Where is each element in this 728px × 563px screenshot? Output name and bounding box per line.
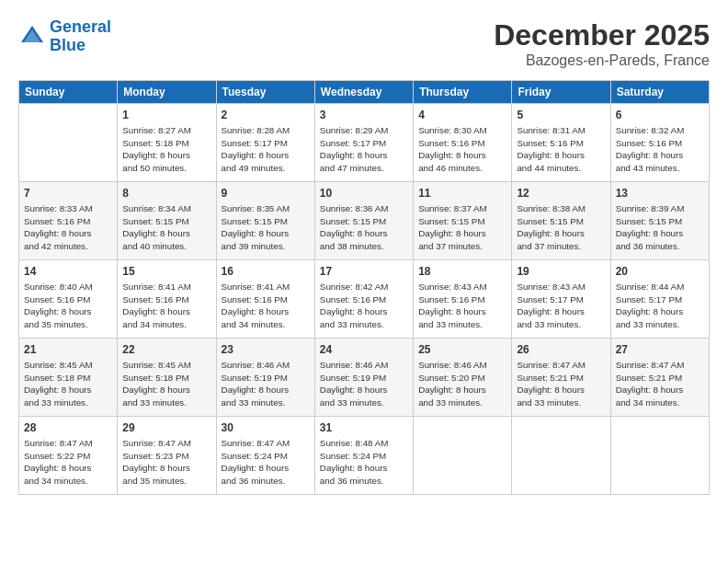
day-number: 31 — [320, 420, 408, 436]
logo-text: General Blue — [50, 18, 111, 55]
day-number: 2 — [222, 108, 310, 123]
day-number: 17 — [320, 264, 408, 280]
day-number: 26 — [517, 342, 605, 358]
page-container: General Blue December 2025 Bazoges-en-Pa… — [0, 0, 728, 504]
header-cell-friday: Friday — [512, 81, 610, 104]
day-number: 27 — [616, 342, 704, 358]
header-cell-thursday: Thursday — [414, 81, 512, 104]
cell-content: Sunrise: 8:32 AM Sunset: 5:16 PM Dayligh… — [616, 124, 704, 175]
cell-content: Sunrise: 8:46 AM Sunset: 5:20 PM Dayligh… — [418, 359, 506, 409]
calendar-cell — [19, 104, 118, 182]
week-row: 21Sunrise: 8:45 AM Sunset: 5:18 PM Dayli… — [19, 339, 710, 417]
day-number: 3 — [320, 108, 408, 123]
calendar-cell: 8Sunrise: 8:34 AM Sunset: 5:15 PM Daylig… — [118, 182, 216, 260]
cell-content: Sunrise: 8:48 AM Sunset: 5:24 PM Dayligh… — [320, 437, 408, 488]
logo-icon — [18, 23, 46, 51]
week-row: 7Sunrise: 8:33 AM Sunset: 5:16 PM Daylig… — [19, 182, 710, 260]
day-number: 21 — [24, 342, 112, 358]
calendar-cell: 3Sunrise: 8:29 AM Sunset: 5:17 PM Daylig… — [314, 104, 413, 182]
header-cell-sunday: Sunday — [19, 81, 118, 104]
cell-content: Sunrise: 8:47 AM Sunset: 5:21 PM Dayligh… — [616, 359, 704, 409]
week-row: 14Sunrise: 8:40 AM Sunset: 5:16 PM Dayli… — [19, 260, 710, 339]
cell-content: Sunrise: 8:47 AM Sunset: 5:22 PM Dayligh… — [24, 437, 112, 488]
day-number: 15 — [122, 264, 210, 280]
calendar-cell: 24Sunrise: 8:46 AM Sunset: 5:19 PM Dayli… — [314, 339, 413, 417]
day-number: 20 — [616, 264, 704, 280]
header: General Blue December 2025 Bazoges-en-Pa… — [18, 18, 710, 69]
calendar-cell: 12Sunrise: 8:38 AM Sunset: 5:15 PM Dayli… — [512, 182, 610, 260]
day-number: 24 — [320, 342, 408, 358]
day-number: 22 — [122, 342, 210, 358]
day-number: 25 — [418, 342, 506, 358]
calendar-cell: 17Sunrise: 8:42 AM Sunset: 5:16 PM Dayli… — [314, 260, 413, 339]
header-cell-monday: Monday — [118, 81, 216, 104]
calendar-cell: 19Sunrise: 8:43 AM Sunset: 5:17 PM Dayli… — [512, 260, 610, 339]
calendar-cell: 4Sunrise: 8:30 AM Sunset: 5:16 PM Daylig… — [414, 104, 512, 182]
header-cell-saturday: Saturday — [610, 81, 709, 104]
calendar-cell: 18Sunrise: 8:43 AM Sunset: 5:16 PM Dayli… — [414, 260, 512, 339]
calendar-cell: 14Sunrise: 8:40 AM Sunset: 5:16 PM Dayli… — [19, 260, 118, 339]
cell-content: Sunrise: 8:47 AM Sunset: 5:21 PM Dayligh… — [517, 359, 605, 409]
day-number: 30 — [222, 420, 310, 436]
cell-content: Sunrise: 8:43 AM Sunset: 5:16 PM Dayligh… — [418, 281, 506, 331]
cell-content: Sunrise: 8:30 AM Sunset: 5:16 PM Dayligh… — [418, 124, 506, 175]
title-area: December 2025 Bazoges-en-Pareds, France — [494, 18, 710, 69]
cell-content: Sunrise: 8:43 AM Sunset: 5:17 PM Dayligh… — [517, 281, 605, 331]
calendar-cell: 31Sunrise: 8:48 AM Sunset: 5:24 PM Dayli… — [314, 417, 413, 495]
calendar-cell: 11Sunrise: 8:37 AM Sunset: 5:15 PM Dayli… — [414, 182, 512, 260]
day-number: 28 — [24, 420, 112, 436]
cell-content: Sunrise: 8:46 AM Sunset: 5:19 PM Dayligh… — [222, 359, 310, 409]
cell-content: Sunrise: 8:44 AM Sunset: 5:17 PM Dayligh… — [616, 281, 704, 331]
calendar-cell — [512, 417, 610, 495]
day-number: 4 — [418, 108, 506, 123]
cell-content: Sunrise: 8:33 AM Sunset: 5:16 PM Dayligh… — [24, 202, 112, 253]
calendar-cell: 22Sunrise: 8:45 AM Sunset: 5:18 PM Dayli… — [118, 339, 216, 417]
calendar-cell: 26Sunrise: 8:47 AM Sunset: 5:21 PM Dayli… — [512, 339, 610, 417]
day-number: 6 — [616, 108, 704, 123]
cell-content: Sunrise: 8:41 AM Sunset: 5:16 PM Dayligh… — [122, 281, 210, 331]
header-cell-tuesday: Tuesday — [216, 81, 314, 104]
calendar-cell: 2Sunrise: 8:28 AM Sunset: 5:17 PM Daylig… — [216, 104, 314, 182]
calendar-table: SundayMondayTuesdayWednesdayThursdayFrid… — [18, 80, 710, 495]
day-number: 10 — [320, 186, 408, 201]
day-number: 11 — [418, 186, 506, 201]
day-number: 14 — [24, 264, 112, 280]
calendar-cell: 5Sunrise: 8:31 AM Sunset: 5:16 PM Daylig… — [512, 104, 610, 182]
cell-content: Sunrise: 8:45 AM Sunset: 5:18 PM Dayligh… — [122, 359, 210, 409]
calendar-cell: 20Sunrise: 8:44 AM Sunset: 5:17 PM Dayli… — [610, 260, 709, 339]
calendar-cell: 1Sunrise: 8:27 AM Sunset: 5:18 PM Daylig… — [118, 104, 216, 182]
header-cell-wednesday: Wednesday — [314, 81, 413, 104]
cell-content: Sunrise: 8:36 AM Sunset: 5:15 PM Dayligh… — [320, 202, 408, 253]
calendar-cell: 6Sunrise: 8:32 AM Sunset: 5:16 PM Daylig… — [610, 104, 709, 182]
cell-content: Sunrise: 8:46 AM Sunset: 5:19 PM Dayligh… — [320, 359, 408, 409]
calendar-cell — [414, 417, 512, 495]
day-number: 19 — [517, 264, 605, 280]
cell-content: Sunrise: 8:31 AM Sunset: 5:16 PM Dayligh… — [517, 124, 605, 175]
month-title: December 2025 — [494, 18, 710, 52]
cell-content: Sunrise: 8:27 AM Sunset: 5:18 PM Dayligh… — [122, 124, 210, 175]
week-row: 1Sunrise: 8:27 AM Sunset: 5:18 PM Daylig… — [19, 104, 710, 182]
calendar-cell: 27Sunrise: 8:47 AM Sunset: 5:21 PM Dayli… — [610, 339, 709, 417]
cell-content: Sunrise: 8:29 AM Sunset: 5:17 PM Dayligh… — [320, 124, 408, 175]
day-number: 16 — [222, 264, 310, 280]
calendar-cell: 13Sunrise: 8:39 AM Sunset: 5:15 PM Dayli… — [610, 182, 709, 260]
calendar-cell: 30Sunrise: 8:47 AM Sunset: 5:24 PM Dayli… — [216, 417, 314, 495]
cell-content: Sunrise: 8:39 AM Sunset: 5:15 PM Dayligh… — [616, 202, 704, 253]
day-number: 5 — [517, 108, 605, 123]
calendar-cell: 25Sunrise: 8:46 AM Sunset: 5:20 PM Dayli… — [414, 339, 512, 417]
cell-content: Sunrise: 8:40 AM Sunset: 5:16 PM Dayligh… — [24, 281, 112, 331]
cell-content: Sunrise: 8:47 AM Sunset: 5:23 PM Dayligh… — [122, 437, 210, 488]
calendar-cell: 21Sunrise: 8:45 AM Sunset: 5:18 PM Dayli… — [19, 339, 118, 417]
calendar-cell: 16Sunrise: 8:41 AM Sunset: 5:16 PM Dayli… — [216, 260, 314, 339]
calendar-cell: 7Sunrise: 8:33 AM Sunset: 5:16 PM Daylig… — [19, 182, 118, 260]
cell-content: Sunrise: 8:28 AM Sunset: 5:17 PM Dayligh… — [222, 124, 310, 175]
day-number: 13 — [616, 186, 704, 201]
cell-content: Sunrise: 8:38 AM Sunset: 5:15 PM Dayligh… — [517, 202, 605, 253]
calendar-cell — [610, 417, 709, 495]
day-number: 29 — [122, 420, 210, 436]
week-row: 28Sunrise: 8:47 AM Sunset: 5:22 PM Dayli… — [19, 417, 710, 495]
header-row: SundayMondayTuesdayWednesdayThursdayFrid… — [19, 81, 710, 104]
day-number: 18 — [418, 264, 506, 280]
day-number: 12 — [517, 186, 605, 201]
day-number: 7 — [24, 186, 112, 201]
